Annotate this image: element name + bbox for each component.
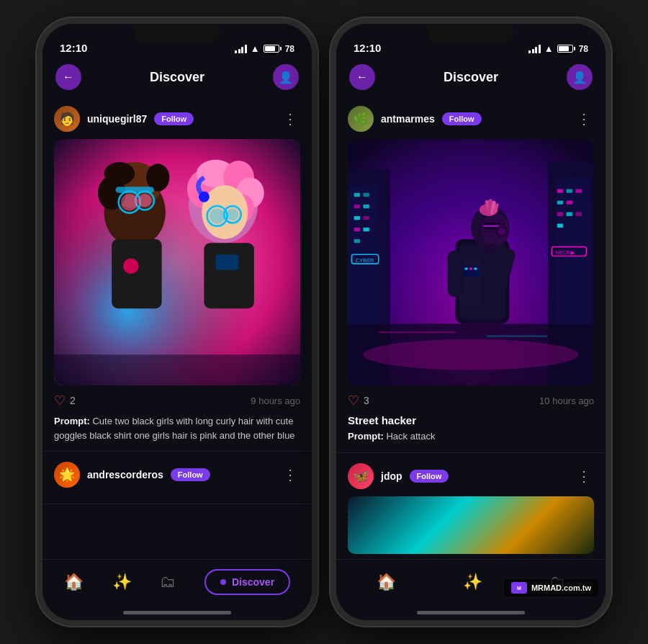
more-button-3[interactable]: ⋮	[574, 110, 594, 128]
like-section-1: ♡ 2	[54, 393, 76, 408]
post-header-4: 🦋 jdop Follow ⋮	[348, 463, 594, 489]
post-image-preview-4	[348, 496, 594, 554]
post-header-1: 🧑 uniquegirl87 Follow ⋮	[54, 106, 300, 132]
status-icons-left: ▲ 78	[235, 43, 294, 54]
battery-icon	[264, 45, 282, 53]
signal-icon-right	[528, 45, 541, 53]
bottom-nav-left: 🏠 ✨ 🗂 Discover	[42, 559, 312, 611]
watermark-text: MRMAD.com.tw	[531, 583, 591, 592]
prompt-label-3: Prompt:	[348, 431, 384, 442]
status-bar-left: 12:10 ▲ 78	[42, 24, 312, 58]
post-user-3: 🌿 antmarmes Follow	[348, 106, 482, 132]
avatar-andrescorderos: 🌟	[54, 462, 80, 488]
time-ago-1: 9 hours ago	[251, 395, 300, 406]
post-user-4: 🦋 jdop Follow	[348, 463, 449, 489]
svg-rect-28	[54, 354, 300, 385]
discover-label-left: Discover	[232, 576, 274, 588]
notch	[134, 24, 220, 44]
prompt-label-1: Prompt:	[54, 416, 90, 426]
stack-icon: 🗂	[160, 573, 176, 591]
nav-wand-left[interactable]: ✨	[112, 573, 132, 591]
feed-right: 🌿 antmarmes Follow ⋮	[336, 96, 606, 559]
avatar-uniquegirl87: 🧑	[54, 106, 80, 132]
feed-left: 🧑 uniquegirl87 Follow ⋮	[42, 96, 312, 559]
like-count-1: 2	[70, 395, 76, 406]
cyberpunk-illustration: CYBER	[348, 139, 594, 385]
phone-right: 12:10 ▲ 78	[330, 18, 611, 626]
home-indicator-left	[123, 611, 231, 614]
nav-stack-left[interactable]: 🗂	[160, 573, 176, 591]
follow-button-1[interactable]: Follow	[154, 112, 194, 125]
post-footer-1: ♡ 2 9 hours ago	[54, 393, 300, 408]
more-button-1[interactable]: ⋮	[280, 110, 300, 128]
post-user-2: 🌟 andrescorderos Follow	[54, 462, 210, 488]
post-prompt-3: Prompt: Hack attack	[348, 429, 594, 444]
watermark-logo: M	[511, 582, 527, 594]
svg-rect-85	[348, 139, 594, 385]
back-button-right[interactable]: ←	[349, 64, 375, 90]
wand-icon-right: ✨	[463, 573, 482, 591]
post-image-3: CYBER	[348, 139, 594, 385]
username-2: andrescorderos	[87, 469, 163, 480]
svg-point-10	[138, 194, 151, 207]
post-image-1	[54, 139, 300, 385]
heart-icon-3[interactable]: ♡	[348, 393, 359, 408]
discover-button-left[interactable]: Discover	[204, 569, 290, 595]
discover-dot	[220, 579, 226, 585]
more-button-4[interactable]: ⋮	[574, 468, 594, 485]
post-card-2: 🌟 andrescorderos Follow ⋮	[42, 452, 312, 504]
home-icon: 🏠	[64, 573, 84, 591]
watermark-area: M MRMAD.com.tw	[504, 579, 598, 596]
anime-illustration	[54, 139, 300, 385]
avatar-jdop: 🦋	[348, 463, 374, 489]
header-title-left: Discover	[150, 70, 204, 85]
app-header-right: ← Discover 👤	[336, 58, 606, 96]
profile-button-left[interactable]: 👤	[273, 64, 299, 90]
svg-rect-12	[112, 239, 161, 308]
profile-button-right[interactable]: 👤	[567, 64, 593, 90]
svg-point-13	[123, 259, 138, 274]
nav-home-left[interactable]: 🏠	[64, 573, 84, 591]
svg-point-24	[226, 208, 238, 220]
more-button-2[interactable]: ⋮	[280, 466, 300, 483]
post-card-3: 🌿 antmarmes Follow ⋮	[336, 96, 606, 453]
wifi-icon: ▲	[251, 43, 260, 54]
svg-point-23	[210, 208, 225, 223]
username-3: antmarmes	[381, 113, 435, 125]
status-time-left: 12:10	[60, 42, 87, 54]
status-icons-right: ▲ 78	[528, 43, 588, 54]
follow-button-2[interactable]: Follow	[171, 468, 210, 481]
follow-button-4[interactable]: Follow	[410, 470, 449, 483]
nav-home-right[interactable]: 🏠	[377, 573, 396, 591]
status-bar-right: 12:10 ▲ 78	[336, 24, 606, 58]
svg-point-5	[104, 162, 135, 185]
nav-wand-right[interactable]: ✨	[463, 573, 482, 591]
svg-rect-11	[116, 187, 154, 193]
notch-right	[428, 24, 514, 44]
battery-level-right: 78	[579, 44, 588, 54]
follow-button-3[interactable]: Follow	[442, 112, 482, 125]
svg-point-9	[121, 194, 138, 211]
signal-icon	[235, 45, 247, 53]
svg-point-25	[199, 192, 210, 202]
battery-level: 78	[285, 44, 294, 54]
status-time-right: 12:10	[354, 42, 381, 54]
username-4: jdop	[381, 470, 402, 482]
home-icon-right: 🏠	[377, 573, 396, 591]
post-header-3: 🌿 antmarmes Follow ⋮	[348, 106, 594, 132]
post-prompt-1: Prompt: Cute two black girls with long c…	[54, 414, 300, 442]
like-count-3: 3	[364, 395, 369, 406]
svg-rect-27	[215, 254, 238, 269]
like-section-3: ♡ 3	[348, 393, 369, 408]
heart-icon-1[interactable]: ♡	[54, 393, 66, 408]
app-header-left: ← Discover 👤	[42, 58, 312, 96]
prompt-text-1: Cute two black girls with long curly hai…	[54, 416, 295, 441]
anime-girls-artwork	[54, 139, 300, 385]
cyberpunk-artwork: CYBER	[348, 139, 594, 385]
svg-rect-1	[54, 139, 300, 385]
post-title-3: Street hacker	[348, 414, 594, 426]
svg-rect-26	[204, 243, 253, 308]
wifi-icon-right: ▲	[544, 43, 554, 54]
back-button-left[interactable]: ←	[55, 64, 81, 90]
home-indicator-right	[417, 611, 525, 614]
